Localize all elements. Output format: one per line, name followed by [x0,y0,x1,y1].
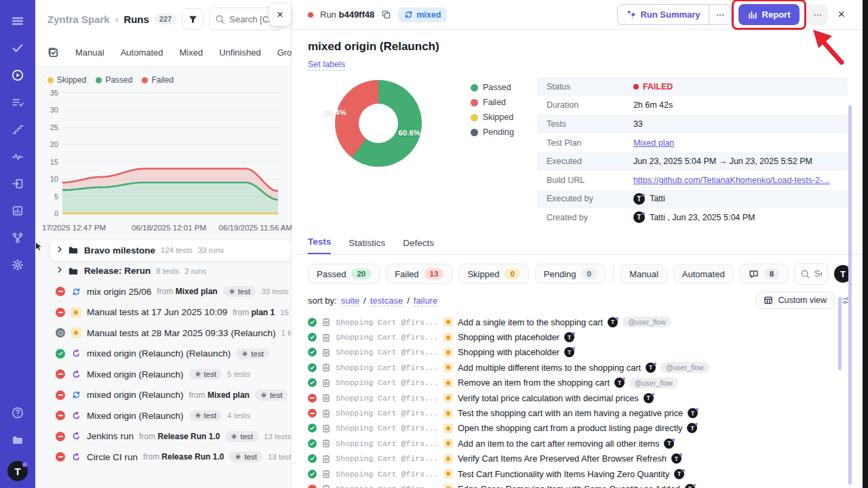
test-result-row[interactable]: Shopping Cart @firs...Verify Cart Items … [308,451,852,466]
panel-scrollbar[interactable] [848,105,852,485]
run-meta: 15 tests [280,308,291,317]
run-row[interactable]: Manual tests at 28 Mar 2025 09:33 (Relau… [35,323,291,344]
runs-tab-unfinished[interactable]: Unfinished [219,47,260,58]
sort-by-suite[interactable]: suite [341,296,359,306]
test-result-row[interactable]: Shopping Cart @firs...Remove an item fro… [308,375,852,390]
sidebar-item-pulse[interactable] [5,145,30,168]
status-failed-icon [56,390,65,400]
run-meta: 1 tests [281,329,291,337]
sidebar-item-help-circle[interactable] [5,401,30,424]
sidebar-item-sign-in[interactable] [5,172,30,195]
run-name: Mixed origin (Relaunch) [87,369,184,380]
runs-panel: Zyntra Spark › Runs 227 × ManualAutomate… [35,0,292,488]
legend-dot [96,77,102,83]
filter-chip-passed[interactable]: Passed20 [308,264,380,284]
runs-tab-automated[interactable]: Automated [121,47,163,58]
tab-statistics[interactable]: Statistics [349,238,385,254]
expand-chevron-icon[interactable] [56,266,62,276]
run-meta: 33 tests [261,287,288,296]
runs-trend-chart: SkippedPassedFailed 05101520253035 17/20… [35,66,291,237]
detail-value[interactable]: Mixed plan [633,138,674,148]
sort-by-failure[interactable]: failure [414,296,437,306]
sidebar-item-branch[interactable] [5,226,30,249]
sidebar-item-check[interactable] [5,37,30,60]
sidebar-item-menu[interactable] [5,9,30,33]
breadcrumb-page: Runs [123,14,149,25]
run-detail-topbar: Run b449ff48 mixed Run Summary ⋯ [292,0,868,30]
test-tag-badge: test [189,410,222,421]
run-row[interactable]: mix origin 25/06from Mixed plantest33 te… [35,281,291,302]
filter-chip-skipped[interactable]: Skipped0 [458,264,528,284]
run-type-badge[interactable]: mixed [398,7,447,22]
test-tag-badge: test [189,369,222,380]
run-row[interactable]: mixed origin (Relaunch)from Mixed plante… [35,385,291,406]
panel-close-button[interactable]: × [269,4,291,26]
automated-burst-icon [443,409,453,418]
breadcrumb-project[interactable]: Zyntra Spark [47,14,110,25]
detail-row-test-plan: Test PlanMixed plan [537,134,848,152]
test-result-row[interactable]: Shopping Cart @firs...Add multiple diffe… [308,360,852,375]
test-list-scrollbar[interactable] [838,297,842,370]
suite-name: Shopping Cart @firs... [336,470,439,479]
sidebar-item-folder-open[interactable] [5,428,30,451]
chip-count: 20 [351,268,371,279]
runs-tab-manual[interactable]: Manual [75,47,104,58]
set-labels-link[interactable]: Set labels [308,60,345,70]
runs-tab-mixed[interactable]: Mixed [180,47,203,58]
user-avatar[interactable]: T [7,461,28,481]
test-status-passed-icon [308,318,317,327]
run-summary-more-button[interactable]: ⋯ [709,5,731,24]
run-row[interactable]: Jenkins runfrom Release Run 1.0test13 te… [35,426,291,447]
sort-by-testcase[interactable]: testcase [370,296,403,306]
test-result-row[interactable]: Shopping Cart @firs...Test Cart Function… [308,466,852,481]
sidebar-item-bar-chart[interactable] [5,199,30,222]
test-status-passed-icon [308,424,317,432]
tab-tests[interactable]: Tests [308,237,331,254]
legend-dot [471,99,478,106]
test-result-row[interactable]: Shopping Cart @firs...Add a single item … [308,314,852,329]
detail-value[interactable]: https://github.com/TetianaKhomenko/Load-… [633,176,830,185]
copy-icon [381,9,391,20]
expand-chevron-icon[interactable] [56,245,62,256]
run-row[interactable]: Mixed origin (Relaunch)test4 tests [35,405,291,426]
test-result-row[interactable]: Shopping Cart @firs...Open the shopping … [308,421,852,436]
run-group-row[interactable]: Release: Rerun8 tests2 runs [35,261,291,282]
assignee-avatar: T [687,423,697,433]
test-result-row[interactable]: Shopping Cart @firs...Shopping with plac… [308,329,852,344]
run-group-row[interactable]: Bravo milestone124 tests33 runs [50,240,291,261]
tests-search-input[interactable] [814,269,822,279]
test-result-row[interactable]: Shopping Cart @firs...Add an item to the… [308,436,852,451]
select-all-icon[interactable] [47,47,59,58]
test-result-row[interactable]: Shopping Cart @firs...Verify total price… [308,390,852,405]
test-title: Add multiple different items to the shop… [458,363,641,373]
run-row[interactable]: Manual tests at 17 Jun 2025 10:09from pl… [35,302,291,323]
run-summary-button[interactable]: Run Summary [618,5,708,24]
comments-filter-chip[interactable]: 8 [740,264,788,284]
mouse-cursor-icon [35,241,44,253]
filter-button[interactable] [182,8,203,30]
sidebar-item-list-check[interactable] [5,91,30,114]
copy-icon[interactable] [381,9,391,20]
detail-value: TTatti [633,193,665,205]
filter-chip-failed[interactable]: Failed13 [386,264,452,284]
filter-chip-pending[interactable]: Pending0 [535,264,606,284]
detail-close-button[interactable]: × [835,6,848,23]
run-row[interactable]: Circle CI runfrom Release Run 1.0test13 … [35,447,291,468]
sidebar-item-play-circle[interactable] [5,64,30,87]
test-result-row[interactable]: Shopping Cart @firs...Edge Case: Removin… [308,481,852,488]
test-result-row[interactable]: Shopping Cart @firs...Test the shopping … [308,405,852,420]
sidebar-item-gear[interactable] [5,253,30,277]
run-summary-group: Run Summary ⋯ [617,4,731,25]
filter-chip-automated[interactable]: Automated [673,264,734,284]
custom-view-button[interactable]: Custom view [755,291,835,309]
more-actions-button[interactable]: ⋯ [806,5,828,25]
tab-defects[interactable]: Defects [403,238,434,254]
sidebar-item-steps[interactable] [5,118,30,141]
report-button[interactable]: Report [738,4,800,25]
test-result-row[interactable]: Shopping Cart @firs...Shopping with plac… [308,345,852,360]
folder-icon [68,245,79,256]
status-failed-icon [56,432,65,441]
filter-chip-manual[interactable]: Manual [620,264,667,284]
run-row[interactable]: Mixed origin (Relaunch)test5 tests [35,364,291,385]
run-row[interactable]: mixed origin (Relaunch) (Relaunch)test [35,344,291,365]
